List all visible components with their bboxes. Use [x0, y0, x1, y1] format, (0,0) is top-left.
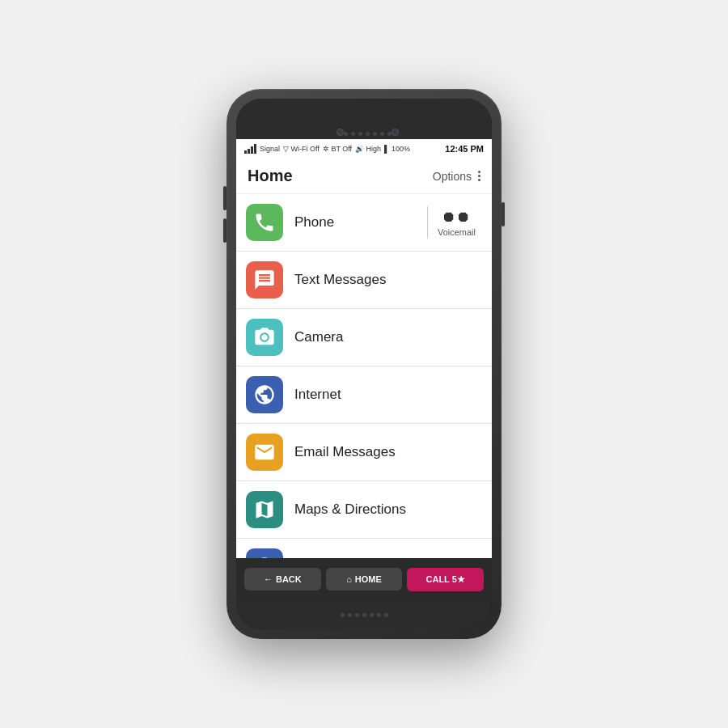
home-label: HOME: [355, 574, 382, 584]
grille-dot: [380, 132, 384, 136]
front-camera: [336, 129, 344, 136]
signal-label: Signal: [260, 145, 280, 153]
voicemail-section[interactable]: ⏺⏺ Voicemail: [438, 209, 482, 237]
three-dots-icon: [478, 171, 480, 181]
header-bar: Home Options: [236, 159, 492, 194]
sensor: [392, 129, 399, 136]
volume-down-button[interactable]: [223, 218, 226, 243]
wifi-status: ▽ Wi-Fi Off: [283, 145, 320, 153]
screen-content: Home Options: [236, 159, 492, 600]
side-buttons-left: [223, 186, 226, 243]
signal-icon: [244, 144, 256, 154]
back-button[interactable]: ← BACK: [244, 568, 321, 590]
battery-status: ▌ 100%: [384, 145, 410, 153]
app-list: Phone ⏺⏺ Voicemail Text Messages: [236, 194, 492, 558]
text-messages-item[interactable]: Text Messages: [236, 252, 492, 309]
signal-bar-1: [244, 150, 247, 154]
phone-top-bezel: [236, 99, 492, 139]
camera-icon: [246, 319, 283, 356]
internet-item[interactable]: Internet: [236, 366, 492, 424]
lively-item[interactable]: Lively by GreatCall: [236, 539, 492, 558]
voicemail-icon: ⏺⏺: [442, 209, 471, 226]
email-icon: [246, 434, 283, 471]
status-left: Signal ▽ Wi-Fi Off ✲ BT Off 🔊 High ▌ 100…: [244, 144, 410, 154]
text-messages-label: Text Messages: [294, 272, 386, 288]
phone-screen: Signal ▽ Wi-Fi Off ✲ BT Off 🔊 High ▌ 100…: [236, 99, 492, 629]
camera-label: Camera: [294, 329, 343, 345]
bt-status: ✲ BT Off: [323, 145, 352, 153]
voicemail-label: Voicemail: [438, 227, 476, 237]
internet-icon: [246, 376, 283, 413]
bottom-nav: ← BACK ⌂ HOME CALL 5★: [236, 558, 492, 600]
phone-app-item[interactable]: Phone ⏺⏺ Voicemail: [236, 194, 492, 252]
page-title: Home: [248, 167, 293, 185]
phone-bottom-bezel: [236, 600, 492, 629]
phone-label: Phone: [294, 214, 334, 231]
lively-icon: [246, 548, 283, 558]
grille-dot: [366, 132, 370, 136]
call-5-label: CALL 5★: [426, 574, 465, 585]
bottom-speaker: [341, 613, 388, 617]
phone-device: Signal ▽ Wi-Fi Off ✲ BT Off 🔊 High ▌ 100…: [226, 89, 502, 639]
clock: 12:45 PM: [445, 144, 484, 154]
grille-dot: [351, 132, 355, 136]
home-icon: ⌂: [346, 574, 352, 584]
options-label: Options: [433, 170, 472, 183]
email-label: Email Messages: [294, 444, 396, 460]
maps-icon: [246, 491, 283, 528]
camera-item[interactable]: Camera: [236, 309, 492, 366]
volume-status: 🔊 High: [355, 145, 381, 153]
back-label: BACK: [276, 574, 302, 584]
signal-bar-3: [251, 146, 253, 154]
maps-label: Maps & Directions: [294, 502, 406, 518]
status-bar: Signal ▽ Wi-Fi Off ✲ BT Off 🔊 High ▌ 100…: [236, 139, 492, 159]
internet-label: Internet: [294, 387, 341, 403]
email-item[interactable]: Email Messages: [236, 424, 492, 481]
phone-section: Phone: [246, 204, 417, 241]
side-buttons-right: [502, 202, 505, 226]
maps-item[interactable]: Maps & Directions: [236, 481, 492, 539]
signal-bar-2: [248, 149, 250, 154]
phone-icon: [246, 204, 283, 241]
grille-dot: [358, 132, 362, 136]
grille-dot: [387, 132, 392, 136]
back-arrow-icon: ←: [264, 574, 273, 584]
grille-dot: [373, 132, 377, 136]
signal-bar-4: [254, 144, 256, 154]
options-button[interactable]: Options: [433, 170, 480, 183]
home-button[interactable]: ⌂ HOME: [326, 568, 403, 590]
power-button[interactable]: [502, 202, 505, 226]
call-5-button[interactable]: CALL 5★: [407, 568, 484, 591]
speaker-grille: [344, 132, 392, 136]
volume-up-button[interactable]: [223, 186, 226, 210]
divider: [427, 206, 428, 239]
text-messages-icon: [246, 261, 283, 298]
grille-dot: [344, 132, 348, 136]
